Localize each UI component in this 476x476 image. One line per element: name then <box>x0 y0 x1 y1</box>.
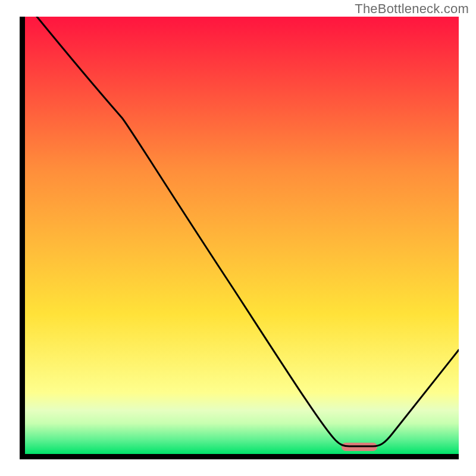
watermark-label: TheBottleneck.com <box>355 1 469 17</box>
x-axis <box>20 454 459 459</box>
gradient-background <box>25 17 459 454</box>
plot-area <box>25 17 459 454</box>
chart-stage: TheBottleneck.com <box>0 0 476 476</box>
y-axis <box>20 17 25 459</box>
plot-svg <box>25 17 459 454</box>
